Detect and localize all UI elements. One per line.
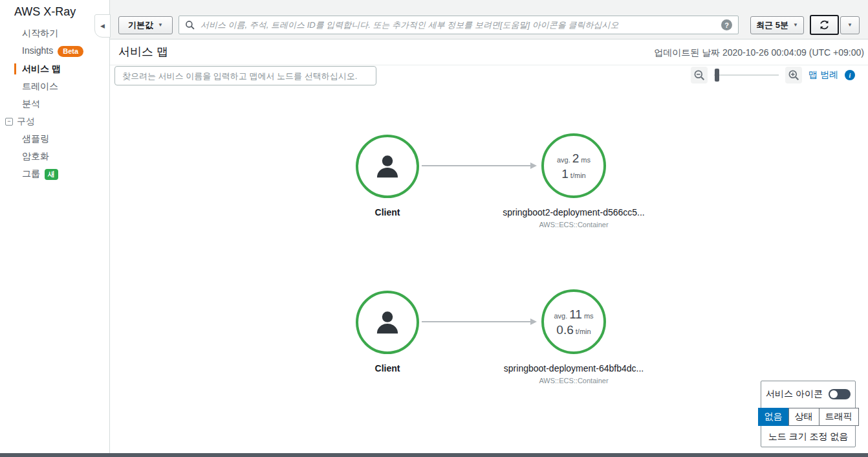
node-color-mode-tabs: 없음 상태 트래픽 <box>758 408 859 426</box>
search-icon <box>185 20 195 30</box>
map-zoom-controls: 맵 범례 i <box>691 67 855 84</box>
sidebar-item-service-map[interactable]: 서비스 맵 <box>0 60 109 78</box>
sidebar-item-encryption[interactable]: 암호화 <box>0 148 109 165</box>
last-updated-timestamp: 업데이트된 날짜 2020-10-26 00:04:09 (UTC +09:00… <box>654 47 864 59</box>
client-node-1[interactable] <box>356 135 419 198</box>
sidebar-section-label: 구성 <box>17 116 35 127</box>
avg-prefix: avg. <box>554 313 567 320</box>
header-divider <box>110 65 868 65</box>
caret-down-icon: ▼ <box>847 23 852 28</box>
sidebar-item-label: 서비스 맵 <box>22 63 61 74</box>
sidebar-section-configuration[interactable]: − 구성 <box>0 113 109 130</box>
sidebar-item-label: 분석 <box>22 98 40 109</box>
edge-arrow <box>422 165 531 166</box>
avg-value: 11 <box>569 308 582 320</box>
app-title: AWS X-Ray <box>0 0 109 25</box>
caret-down-icon: ▼ <box>793 23 798 28</box>
avg-latency: avg. 11 ms <box>554 308 593 320</box>
tab-none[interactable]: 없음 <box>758 408 789 426</box>
service-icons-label: 서비스 아이콘 <box>766 388 823 400</box>
avg-unit: ms <box>584 313 594 320</box>
avg-latency: avg. 2 ms <box>557 152 591 164</box>
avg-unit: ms <box>581 157 591 164</box>
tab-traffic[interactable]: 트래픽 <box>819 408 859 426</box>
rate-value: 1 <box>561 168 569 180</box>
sidebar: AWS X-Ray 시작하기 InsightsBeta 서비스 맵 트레이스 분… <box>0 0 110 453</box>
magnifier-minus-icon <box>693 69 706 82</box>
rate-unit: t/min <box>570 172 586 179</box>
refresh-button[interactable] <box>810 15 839 35</box>
sidebar-item-traces[interactable]: 트레이스 <box>0 78 109 95</box>
service-icons-toggle[interactable] <box>829 389 851 399</box>
sidebar-item-getting-started[interactable]: 시작하기 <box>0 25 109 42</box>
magnifier-plus-icon <box>788 69 800 82</box>
info-icon[interactable]: i <box>845 70 855 80</box>
trace-search-box: ? <box>179 16 739 34</box>
bottom-bar <box>0 453 868 457</box>
refresh-options-dropdown[interactable]: ▼ <box>840 16 860 34</box>
filter-group-dropdown[interactable]: 기본값 ▼ <box>118 16 173 34</box>
toggle-knob <box>830 390 838 398</box>
service-icons-row: 서비스 아이콘 <box>761 388 855 400</box>
refresh-icon <box>819 19 830 30</box>
caret-down-icon: ▼ <box>158 23 163 28</box>
aws-xray-console: AWS X-Ray 시작하기 InsightsBeta 서비스 맵 트레이스 분… <box>0 0 868 457</box>
avg-prefix: avg. <box>557 157 570 164</box>
service-node-name: springboot-deployment-64bfb4dc... <box>504 363 644 373</box>
zoom-out-button[interactable] <box>691 67 708 84</box>
zoom-slider-handle[interactable] <box>715 69 719 82</box>
rate-unit: t/min <box>576 328 591 335</box>
avg-value: 2 <box>572 152 580 164</box>
sidebar-item-label: Insights <box>22 45 53 56</box>
person-icon <box>373 151 402 181</box>
service-node-type: AWS::ECS::Container <box>539 377 608 385</box>
new-badge: 새 <box>45 169 58 180</box>
sidebar-item-label: 그룹 <box>22 168 40 179</box>
rate-value: 0.6 <box>556 324 573 336</box>
sidebar-collapse-button[interactable]: ◀ <box>94 14 111 38</box>
page-title: 서비스 맵 <box>118 44 168 60</box>
zoom-slider-track[interactable] <box>714 74 779 76</box>
sidebar-item-label: 암호화 <box>22 151 49 161</box>
service-node-name: springboot2-deployment-d566cc5... <box>503 207 644 217</box>
zoom-in-button[interactable] <box>785 67 802 84</box>
zoom-slider[interactable] <box>714 67 779 84</box>
map-legend-link[interactable]: 맵 범례 <box>808 69 838 81</box>
map-display-options-panel: 서비스 아이콘 없음 상태 트래픽 노드 크기 조정 없음 <box>761 381 856 447</box>
tab-health[interactable]: 상태 <box>788 408 819 426</box>
trace-rate: 0.6 t/min <box>556 324 591 336</box>
filter-group-label: 기본값 <box>128 19 153 31</box>
edge-arrow <box>422 321 531 322</box>
time-range-label: 최근 5분 <box>756 19 788 31</box>
trace-rate: 1 t/min <box>561 168 585 180</box>
arrowhead-icon <box>530 318 537 325</box>
time-range-dropdown[interactable]: 최근 5분 ▼ <box>750 16 804 34</box>
sidebar-item-label: 시작하기 <box>22 28 58 38</box>
sidebar-item-sampling[interactable]: 샘플링 <box>0 130 109 148</box>
collapse-left-icon: ◀ <box>100 23 105 29</box>
service-node-type: AWS::ECS::Container <box>539 221 608 229</box>
arrowhead-icon <box>530 162 537 169</box>
node-sizing-label: 노드 크기 조정 없음 <box>761 431 855 443</box>
client-node-label: Client <box>375 207 400 217</box>
node-search-input[interactable] <box>114 66 376 85</box>
sidebar-item-insights[interactable]: InsightsBeta <box>0 42 109 60</box>
collapse-minus-icon: − <box>5 118 13 126</box>
client-node-2[interactable] <box>356 291 419 354</box>
sidebar-item-label: 샘플링 <box>22 133 49 144</box>
sidebar-item-label: 트레이스 <box>22 81 58 91</box>
service-node-1[interactable]: avg. 2 ms 1 t/min <box>541 133 606 198</box>
sidebar-nav: 시작하기 InsightsBeta 서비스 맵 트레이스 분석 − 구성 샘플링 <box>0 25 109 183</box>
beta-badge: Beta <box>58 46 83 57</box>
sidebar-item-groups[interactable]: 그룹새 <box>0 165 109 183</box>
trace-search-input[interactable] <box>201 20 716 30</box>
service-node-2[interactable]: avg. 11 ms 0.6 t/min <box>541 289 606 354</box>
sidebar-item-analytics[interactable]: 분석 <box>0 95 109 113</box>
help-icon[interactable]: ? <box>721 19 732 30</box>
client-node-label: Client <box>375 363 400 373</box>
person-icon <box>373 307 402 337</box>
